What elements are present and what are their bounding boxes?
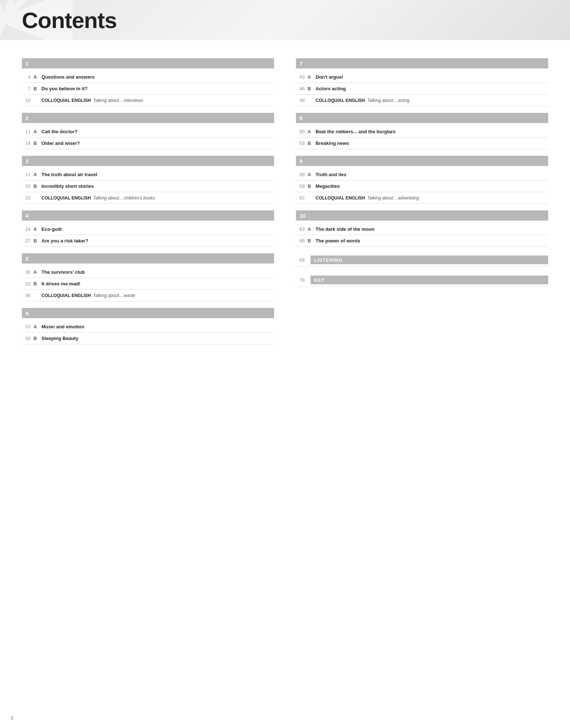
toc-title: Don't argue! <box>316 74 548 80</box>
right-column: 743ADon't argue!46BActors acting49COLLOQ… <box>296 58 548 351</box>
toc-page-number: 27 <box>22 238 33 244</box>
toc-row: 43ADon't argue! <box>296 71 548 83</box>
toc-row: 11ACall the doctor? <box>22 126 274 138</box>
toc-page-number: 62 <box>296 195 308 201</box>
toc-row: 24AEco-guilt <box>22 223 274 235</box>
toc-letter: A <box>308 226 316 232</box>
toc-row: 7BDo you believe in it? <box>22 83 274 95</box>
toc-letter: A <box>33 269 41 275</box>
toc-page-number: 50 <box>296 129 308 134</box>
toc-letter: A <box>33 226 41 232</box>
colloquial-subtitle: Talking about... acting <box>367 98 409 103</box>
toc-letter: B <box>308 183 316 189</box>
section-bar: 3 <box>22 156 274 166</box>
page-number: 2 <box>11 716 13 721</box>
special-label: LISTENING <box>314 257 343 263</box>
toc-row: 56ATruth and lies <box>296 169 548 181</box>
toc-title: Incredibly short stories <box>41 183 274 189</box>
section-number: 1 <box>25 60 28 67</box>
section-number: 9 <box>300 158 302 164</box>
page-title: Contents <box>22 7 117 33</box>
toc-row: 53BBreaking news <box>296 138 548 149</box>
toc-row: 17AThe truth about air travel <box>22 169 274 181</box>
toc-page: 78 <box>296 277 308 283</box>
section-number: 6 <box>25 310 28 316</box>
toc-letter: B <box>308 141 316 146</box>
toc-title: Questions and answers <box>41 74 274 80</box>
toc-page-number: 20 <box>22 183 33 189</box>
colloquial-label: COLLOQUIAL ENGLISH <box>41 293 91 298</box>
toc-row: 4AQuestions and answers <box>22 71 274 83</box>
toc-title: COLLOQUIAL ENGLISHTalking about... child… <box>41 195 274 201</box>
toc-title: Sleeping Beauty <box>41 336 274 341</box>
section-bar: 4 <box>22 210 274 221</box>
toc-letter: B <box>33 86 41 91</box>
toc-page-number: 17 <box>22 172 33 177</box>
toc-title: Truth and lies <box>316 172 548 177</box>
toc-row: 37AMusic and emotion <box>22 321 274 333</box>
toc-letter: A <box>33 129 41 134</box>
toc-letter: A <box>33 74 41 80</box>
toc-row: 27BAre you a risk taker? <box>22 235 274 247</box>
section-bar: 10 <box>296 210 548 221</box>
toc-page-number: 56 <box>296 172 308 177</box>
toc-letter: B <box>308 238 316 244</box>
toc-row-special: 69LISTENING <box>296 253 548 267</box>
toc-row: 59BMegacities <box>296 181 548 192</box>
page-header: Contents <box>0 0 570 40</box>
toc-page-number: 36 <box>22 293 33 298</box>
section-number: 4 <box>25 213 28 219</box>
section-5: 530AThe survivors' club33BIt drives me m… <box>22 253 274 301</box>
toc-row: 33BIt drives me mad! <box>22 278 274 290</box>
toc-page-number: 53 <box>296 141 308 146</box>
toc-page-number: 46 <box>296 86 308 91</box>
toc-page-number: 30 <box>22 269 33 275</box>
toc-title: The survivors' club <box>41 269 274 275</box>
colloquial-subtitle: Talking about... interviews <box>93 98 143 103</box>
toc-row: 46BActors acting <box>296 83 548 95</box>
toc-letter: B <box>33 141 41 146</box>
toc-title: It drives me mad! <box>41 281 274 286</box>
toc-page-number: 40 <box>22 336 33 341</box>
toc-title: Eco-guilt <box>41 226 274 232</box>
toc-title: Actors acting <box>316 86 548 91</box>
colloquial-label: COLLOQUIAL ENGLISH <box>316 98 365 103</box>
section-undefined: 69LISTENING <box>296 253 548 267</box>
toc-page-number: 14 <box>22 141 33 146</box>
toc-letter: B <box>33 281 41 286</box>
toc-row: 50ABeat the robbers... and the burglars <box>296 126 548 138</box>
toc-row: 40BSleeping Beauty <box>22 333 274 344</box>
toc-row: 10COLLOQUIAL ENGLISHTalking about... int… <box>22 95 274 106</box>
toc-letter: A <box>308 74 316 80</box>
toc-page-number: 66 <box>296 238 308 244</box>
toc-row: 36COLLOQUIAL ENGLISHTalking about... was… <box>22 290 274 301</box>
section-9: 956ATruth and lies59BMegacities62COLLOQU… <box>296 156 548 204</box>
colloquial-label: COLLOQUIAL ENGLISH <box>41 98 91 103</box>
special-bar: LISTENING <box>310 256 548 264</box>
section-7: 743ADon't argue!46BActors acting49COLLOQ… <box>296 58 548 106</box>
section-number: 5 <box>25 256 28 262</box>
toc-title: The power of words <box>316 238 548 244</box>
toc-title: Breaking news <box>316 141 548 146</box>
svg-line-16 <box>0 20 4 40</box>
toc-page-number: 7 <box>22 86 33 91</box>
toc-row: 49COLLOQUIAL ENGLISHTalking about... act… <box>296 95 548 106</box>
section-4: 424AEco-guilt27BAre you a risk taker? <box>22 210 274 247</box>
toc-content: 14AQuestions and answers7BDo you believe… <box>0 40 570 373</box>
section-bar: 2 <box>22 113 274 123</box>
section-1: 14AQuestions and answers7BDo you believe… <box>22 58 274 106</box>
toc-page-number: 24 <box>22 226 33 232</box>
section-10: 1063AThe dark side of the moon66BThe pow… <box>296 210 548 247</box>
toc-letter: A <box>308 172 316 177</box>
toc-letter: B <box>33 238 41 244</box>
toc-letter: A <box>308 129 316 134</box>
toc-title: Megacities <box>316 183 548 189</box>
toc-row: 62COLLOQUIAL ENGLISHTalking about... adv… <box>296 192 548 204</box>
toc-page-number: 23 <box>22 195 33 201</box>
special-label: KEY <box>314 277 325 283</box>
section-bar: 9 <box>296 156 548 166</box>
toc-title: COLLOQUIAL ENGLISHTalking about... inter… <box>41 98 274 103</box>
section-6: 637AMusic and emotion40BSleeping Beauty <box>22 308 274 344</box>
toc-title: Are you a risk taker? <box>41 238 274 244</box>
toc-page-number: 37 <box>22 324 33 329</box>
